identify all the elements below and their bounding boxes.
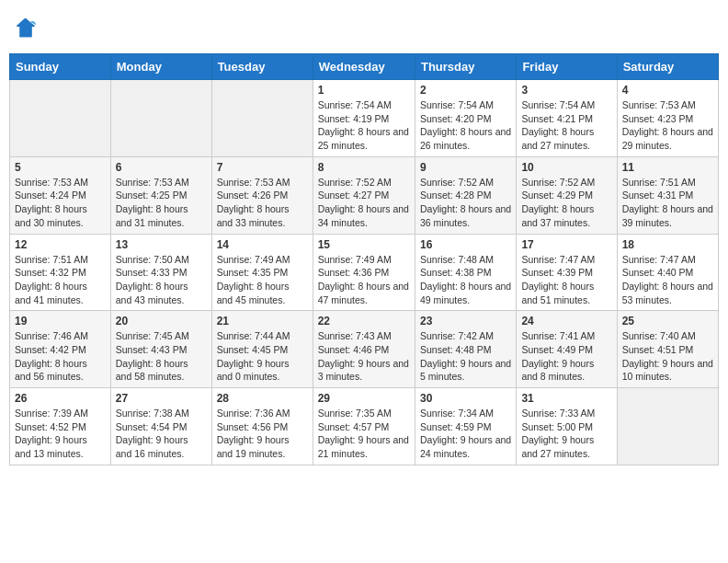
cell-line-0: Sunrise: 7:39 AM	[15, 408, 88, 419]
cell-line-2: Daylight: 9 hours and 16 minutes.	[116, 434, 188, 459]
cell-line-1: Sunset: 4:25 PM	[116, 190, 188, 201]
cell-line-2: Daylight: 9 hours and 10 minutes.	[622, 358, 713, 383]
cell-content: Sunrise: 7:51 AMSunset: 4:31 PMDaylight:…	[622, 176, 713, 230]
calendar-cell-2-3: 15Sunrise: 7:49 AMSunset: 4:36 PMDayligh…	[313, 234, 415, 311]
cell-line-2: Daylight: 8 hours and 49 minutes.	[420, 281, 511, 305]
cell-line-2: Daylight: 8 hours and 34 minutes.	[318, 203, 409, 228]
weekday-header-saturday: Saturday	[617, 54, 718, 80]
cell-line-1: Sunset: 4:19 PM	[318, 113, 390, 124]
cell-line-2: Daylight: 8 hours and 45 minutes.	[217, 281, 290, 305]
day-number: 11	[622, 161, 713, 174]
cell-line-2: Daylight: 9 hours and 0 minutes.	[217, 358, 290, 383]
cell-line-2: Daylight: 8 hours and 37 minutes.	[521, 203, 594, 228]
cell-line-0: Sunrise: 7:48 AM	[420, 254, 494, 265]
cell-line-0: Sunrise: 7:51 AM	[15, 254, 88, 265]
calendar-week-4: 26Sunrise: 7:39 AMSunset: 4:52 PMDayligh…	[10, 388, 719, 465]
day-number: 15	[318, 238, 410, 251]
day-number: 10	[521, 161, 611, 174]
cell-content: Sunrise: 7:50 AMSunset: 4:33 PMDaylight:…	[116, 253, 207, 307]
cell-line-1: Sunset: 4:51 PM	[622, 344, 694, 355]
weekday-header-row: SundayMondayTuesdayWednesdayThursdayFrid…	[10, 54, 719, 80]
cell-line-1: Sunset: 4:26 PM	[217, 190, 289, 201]
calendar-cell-1-3: 8Sunrise: 7:52 AMSunset: 4:27 PMDaylight…	[313, 156, 415, 234]
weekday-header-sunday: Sunday	[10, 54, 111, 80]
cell-line-0: Sunrise: 7:52 AM	[521, 177, 595, 188]
cell-line-2: Daylight: 9 hours and 5 minutes.	[420, 358, 511, 383]
cell-line-2: Daylight: 8 hours and 47 minutes.	[318, 281, 409, 305]
cell-line-2: Daylight: 8 hours and 51 minutes.	[521, 281, 594, 305]
calendar-cell-2-6: 18Sunrise: 7:47 AMSunset: 4:40 PMDayligh…	[617, 234, 718, 311]
calendar-cell-1-1: 6Sunrise: 7:53 AMSunset: 4:25 PMDaylight…	[110, 156, 211, 234]
cell-line-1: Sunset: 4:57 PM	[318, 421, 390, 432]
weekday-header-friday: Friday	[517, 54, 617, 80]
cell-line-2: Daylight: 8 hours and 31 minutes.	[116, 203, 188, 228]
cell-line-0: Sunrise: 7:47 AM	[622, 254, 696, 265]
cell-content: Sunrise: 7:47 AMSunset: 4:40 PMDaylight:…	[622, 253, 713, 307]
calendar-cell-0-6: 4Sunrise: 7:53 AMSunset: 4:23 PMDaylight…	[617, 80, 718, 157]
cell-content: Sunrise: 7:48 AMSunset: 4:38 PMDaylight:…	[420, 253, 511, 307]
day-number: 19	[15, 315, 106, 327]
calendar-cell-3-5: 24Sunrise: 7:41 AMSunset: 4:49 PMDayligh…	[517, 311, 617, 388]
cell-line-0: Sunrise: 7:53 AM	[116, 177, 189, 188]
cell-line-1: Sunset: 4:45 PM	[217, 344, 289, 355]
cell-line-0: Sunrise: 7:52 AM	[420, 177, 494, 188]
cell-line-0: Sunrise: 7:35 AM	[318, 408, 392, 419]
cell-content: Sunrise: 7:49 AMSunset: 4:36 PMDaylight:…	[318, 253, 410, 307]
calendar-week-3: 19Sunrise: 7:46 AMSunset: 4:42 PMDayligh…	[10, 311, 719, 388]
cell-line-0: Sunrise: 7:52 AM	[318, 177, 392, 188]
cell-content: Sunrise: 7:42 AMSunset: 4:48 PMDaylight:…	[420, 329, 511, 384]
cell-line-2: Daylight: 8 hours and 36 minutes.	[420, 203, 511, 228]
cell-line-0: Sunrise: 7:53 AM	[622, 99, 696, 110]
calendar-cell-3-0: 19Sunrise: 7:46 AMSunset: 4:42 PMDayligh…	[10, 311, 111, 388]
cell-content: Sunrise: 7:53 AMSunset: 4:23 PMDaylight:…	[622, 98, 713, 153]
calendar-week-1: 5Sunrise: 7:53 AMSunset: 4:24 PMDaylight…	[10, 156, 719, 234]
cell-line-0: Sunrise: 7:54 AM	[420, 99, 494, 110]
day-number: 9	[420, 161, 511, 174]
cell-line-1: Sunset: 4:52 PM	[15, 421, 86, 432]
calendar-cell-4-6	[617, 388, 718, 465]
calendar-cell-4-2: 28Sunrise: 7:36 AMSunset: 4:56 PMDayligh…	[211, 388, 313, 465]
cell-line-1: Sunset: 4:39 PM	[521, 267, 593, 278]
cell-line-0: Sunrise: 7:49 AM	[217, 254, 290, 265]
calendar-cell-0-3: 1Sunrise: 7:54 AMSunset: 4:19 PMDaylight…	[313, 80, 415, 157]
calendar-cell-0-1	[110, 80, 211, 157]
cell-content: Sunrise: 7:52 AMSunset: 4:28 PMDaylight:…	[420, 176, 511, 230]
cell-line-2: Daylight: 8 hours and 53 minutes.	[622, 281, 713, 305]
cell-line-1: Sunset: 4:24 PM	[15, 190, 86, 201]
cell-line-0: Sunrise: 7:33 AM	[521, 408, 595, 419]
calendar-cell-0-2	[211, 80, 313, 157]
cell-line-2: Daylight: 8 hours and 39 minutes.	[622, 203, 713, 228]
cell-line-0: Sunrise: 7:49 AM	[318, 254, 392, 265]
page-header	[9, 9, 719, 46]
cell-line-2: Daylight: 9 hours and 3 minutes.	[318, 358, 409, 383]
cell-line-0: Sunrise: 7:54 AM	[521, 99, 595, 110]
calendar-cell-0-0	[10, 80, 111, 157]
day-number: 6	[116, 161, 207, 174]
day-number: 31	[521, 392, 611, 405]
weekday-header-monday: Monday	[110, 54, 211, 80]
day-number: 28	[217, 392, 308, 405]
day-number: 21	[217, 315, 308, 327]
cell-content: Sunrise: 7:49 AMSunset: 4:35 PMDaylight:…	[217, 253, 308, 307]
cell-line-0: Sunrise: 7:34 AM	[420, 408, 494, 419]
calendar-table: SundayMondayTuesdayWednesdayThursdayFrid…	[9, 53, 719, 465]
cell-line-1: Sunset: 4:28 PM	[420, 190, 492, 201]
cell-line-1: Sunset: 4:54 PM	[116, 421, 188, 432]
cell-content: Sunrise: 7:51 AMSunset: 4:32 PMDaylight:…	[15, 253, 106, 307]
cell-line-2: Daylight: 9 hours and 8 minutes.	[521, 358, 594, 383]
cell-line-1: Sunset: 4:20 PM	[420, 113, 492, 124]
calendar-cell-1-0: 5Sunrise: 7:53 AMSunset: 4:24 PMDaylight…	[10, 156, 111, 234]
cell-line-1: Sunset: 4:36 PM	[318, 267, 390, 278]
cell-line-1: Sunset: 4:40 PM	[622, 267, 694, 278]
day-number: 30	[420, 392, 511, 405]
cell-line-2: Daylight: 8 hours and 41 minutes.	[15, 281, 87, 305]
day-number: 22	[318, 315, 410, 327]
cell-line-1: Sunset: 4:59 PM	[420, 421, 492, 432]
cell-line-1: Sunset: 4:48 PM	[420, 344, 492, 355]
cell-content: Sunrise: 7:34 AMSunset: 4:59 PMDaylight:…	[420, 407, 511, 461]
day-number: 25	[622, 315, 713, 327]
calendar-cell-4-3: 29Sunrise: 7:35 AMSunset: 4:57 PMDayligh…	[313, 388, 415, 465]
cell-content: Sunrise: 7:39 AMSunset: 4:52 PMDaylight:…	[15, 407, 106, 461]
cell-line-2: Daylight: 8 hours and 29 minutes.	[622, 126, 713, 151]
calendar-cell-0-4: 2Sunrise: 7:54 AMSunset: 4:20 PMDaylight…	[415, 80, 516, 157]
